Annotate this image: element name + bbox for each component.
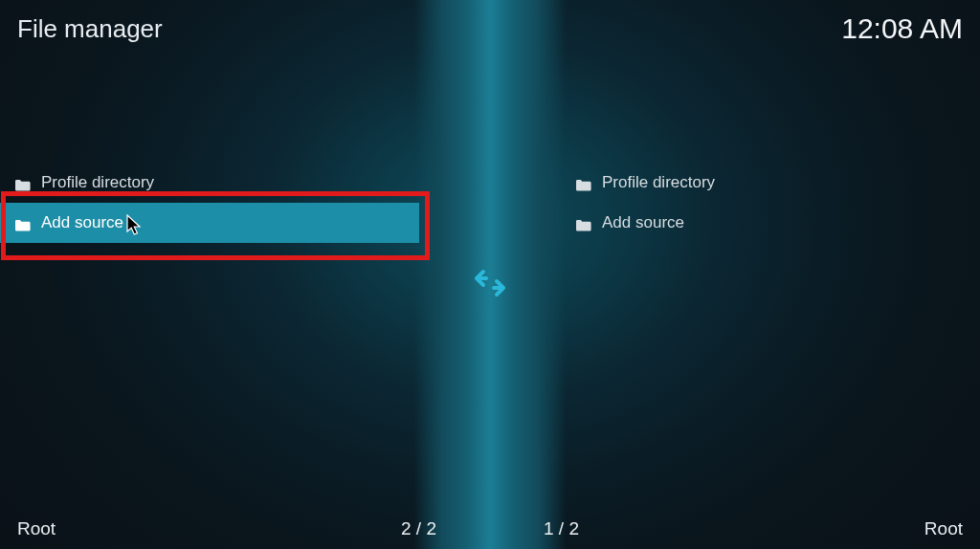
path-label: Root	[924, 518, 963, 539]
list-item-label: Profile directory	[41, 173, 154, 192]
count-label: 1 / 2	[544, 518, 579, 539]
list-item-add-source[interactable]: Add source	[0, 203, 419, 243]
count-label: 2 / 2	[401, 518, 436, 539]
list-item[interactable]: Profile directory	[561, 163, 980, 203]
left-pane: Profile directory Add source	[0, 163, 419, 243]
path-label: Root	[17, 518, 56, 539]
folder-icon	[15, 177, 31, 188]
transfer-icon[interactable]	[473, 266, 507, 300]
right-pane-footer: 1 / 2 Root	[544, 518, 963, 539]
right-pane: Profile directory Add source	[561, 163, 980, 243]
folder-icon	[15, 217, 31, 229]
folder-icon	[576, 217, 591, 229]
list-item-label: Add source	[602, 213, 684, 232]
folder-icon	[576, 177, 591, 188]
left-pane-footer: Root 2 / 2	[17, 518, 436, 539]
footer: Root 2 / 2 1 / 2 Root	[0, 505, 980, 549]
list-item[interactable]: Profile directory	[0, 163, 419, 203]
list-item-label: Profile directory	[602, 173, 715, 192]
list-item-add-source[interactable]: Add source	[561, 203, 980, 243]
list-item-label: Add source	[41, 213, 123, 232]
